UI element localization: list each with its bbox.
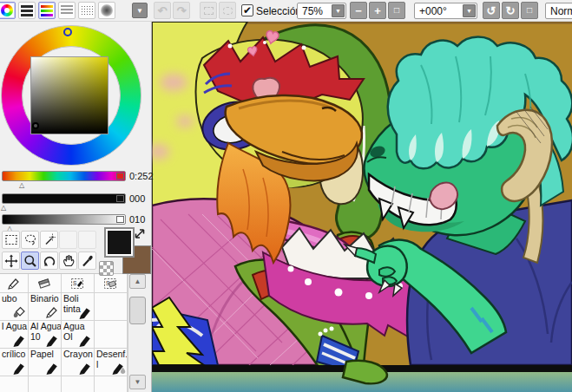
dropdown-arrow-icon: ▼ <box>136 7 143 15</box>
rotate-cw-button[interactable]: ↻ <box>502 2 519 19</box>
saturation-slider[interactable] <box>2 193 126 204</box>
brush-desenfoque[interactable]: Desenf. l <box>95 349 128 376</box>
scroll-down-icon: ▼ <box>135 378 141 386</box>
saturation-slider-marker[interactable]: △ <box>1 205 6 212</box>
gray-sliders-icon <box>21 5 33 16</box>
canvas-artwork[interactable] <box>152 22 572 392</box>
sv-marker[interactable] <box>32 122 39 129</box>
selection-eraser-icon <box>103 276 118 291</box>
rotate-cw-icon: ↻ <box>506 5 516 16</box>
rgb-sliders-panel-button[interactable] <box>38 2 56 19</box>
color-wheel-panel-button[interactable] <box>0 2 16 19</box>
zoom-reset-button[interactable]: □ <box>388 2 405 19</box>
value-value: 010 <box>129 214 145 225</box>
undo-button[interactable]: ↶ <box>154 2 171 19</box>
scratchpad-panel-button[interactable] <box>98 2 115 19</box>
value-slider-cap <box>116 216 124 223</box>
swatch-list-panel-button[interactable] <box>58 2 76 19</box>
brush-papel[interactable]: Papel <box>29 349 62 376</box>
hand-icon <box>62 253 76 268</box>
canvas-viewport[interactable] <box>152 22 572 392</box>
brush-empty-2[interactable] <box>95 321 128 349</box>
transparent-color-button[interactable] <box>99 261 114 276</box>
brush-icon <box>12 360 27 376</box>
angle-dropdown-arrow-icon[interactable]: ▼ <box>463 4 476 17</box>
scroll-thumb[interactable] <box>129 297 146 324</box>
toolbar-dropdown-button[interactable]: ▼ <box>132 3 148 18</box>
left-panel: △ 0:252 △ 000 △ 010 ubo Binario Boli tin… <box>0 22 152 392</box>
gray-sliders-panel-button[interactable] <box>18 2 36 19</box>
deselect-icon <box>204 7 214 15</box>
tool-move[interactable] <box>2 252 20 270</box>
brush-al-agua-10[interactable]: Al Agua 10 <box>29 321 62 349</box>
hue-marker[interactable] <box>63 28 72 36</box>
foreground-color-swatch[interactable] <box>104 227 135 258</box>
brush-icon <box>78 332 93 348</box>
zoom-level-combobox[interactable]: 75% ▼ <box>297 3 346 19</box>
brush-boli-tinta[interactable]: Boli tinta <box>62 293 95 321</box>
tool-lasso[interactable] <box>21 231 39 249</box>
color-wheel-icon <box>1 4 13 16</box>
rect-select-icon <box>4 232 18 247</box>
tool-eyedropper[interactable] <box>78 252 96 270</box>
color-wheel[interactable] <box>1 25 141 166</box>
brush-empty-1[interactable] <box>95 293 128 321</box>
brush-selection-pen[interactable] <box>62 274 95 293</box>
brush-eraser[interactable] <box>29 274 62 293</box>
swap-colors-icon[interactable] <box>133 226 147 240</box>
tool-zoom[interactable] <box>21 252 39 270</box>
rotate-reset-button[interactable]: □ <box>521 2 538 19</box>
tool-hand[interactable] <box>59 252 77 270</box>
hue-slider-marker[interactable]: △ <box>19 182 24 189</box>
brush-empty-3[interactable] <box>0 376 29 392</box>
redo-button[interactable]: ↷ <box>173 2 190 19</box>
selection-checkbox-label: Selección <box>256 5 301 17</box>
rotation-angle-combobox[interactable]: +000° ▼ <box>414 3 477 19</box>
zoom-out-button[interactable]: − <box>350 2 367 19</box>
transform-button[interactable] <box>219 2 236 19</box>
brush-agua-ol[interactable]: Agua Ol <box>62 321 95 349</box>
brush-binario[interactable]: Binario <box>29 293 62 321</box>
rotation-angle-value: +000° <box>419 5 447 17</box>
brush-al-agua[interactable]: l Agua <box>0 321 29 349</box>
deselect-button[interactable] <box>200 2 217 19</box>
blend-mode-combobox[interactable]: Normal <box>545 3 572 19</box>
value-slider[interactable] <box>2 214 126 225</box>
zoom-level-value: 75% <box>302 5 323 17</box>
brush-empty-5[interactable] <box>62 376 95 392</box>
saturation-value-square[interactable] <box>30 56 108 134</box>
scroll-down-button[interactable]: ▼ <box>129 375 146 389</box>
magic-wand-icon <box>43 232 56 247</box>
selection-checkbox[interactable]: ✔ <box>241 4 253 16</box>
tool-empty-slot-1[interactable] <box>59 231 77 249</box>
tool-rect-select[interactable] <box>2 231 20 249</box>
brush-cubo[interactable]: ubo <box>0 293 29 321</box>
swatch-grid-icon <box>81 5 93 16</box>
zoom-in-button[interactable]: + <box>369 2 386 19</box>
redo-icon: ↷ <box>177 5 187 16</box>
undo-icon: ↶ <box>158 5 168 16</box>
brush-acrilico[interactable]: crílico <box>0 349 29 376</box>
painttool-sai-window: { "toolbar": { "selection": { "label": "… <box>0 0 572 392</box>
rotate-ccw-button[interactable]: ↺ <box>483 2 500 19</box>
scroll-up-icon: ▲ <box>135 278 141 285</box>
scroll-up-button[interactable]: ▲ <box>129 274 146 289</box>
zoom-dropdown-arrow-icon[interactable]: ▼ <box>332 4 345 17</box>
tool-empty-slot-2[interactable] <box>78 231 96 249</box>
tool-magic-wand[interactable] <box>40 231 58 249</box>
swatch-grid-panel-button[interactable] <box>78 2 95 19</box>
tool-rotate-view[interactable] <box>40 252 58 270</box>
swatch-list-icon <box>61 5 73 16</box>
eyedropper-icon <box>81 254 95 268</box>
hue-slider[interactable] <box>2 171 126 181</box>
zoom-icon <box>23 254 37 268</box>
brush-selection-eraser[interactable] <box>95 274 128 293</box>
brush-empty-4[interactable] <box>29 376 62 392</box>
reset-square-icon: □ <box>527 6 532 15</box>
eraser-icon <box>37 276 52 291</box>
brush-empty-6[interactable] <box>95 376 128 392</box>
brush-crayon[interactable]: Crayon <box>62 349 95 376</box>
brush-scrollbar[interactable]: ▲ ▼ <box>128 273 147 392</box>
brush-pen[interactable] <box>0 274 29 293</box>
rotate-ccw-icon: ↺ <box>487 5 496 16</box>
